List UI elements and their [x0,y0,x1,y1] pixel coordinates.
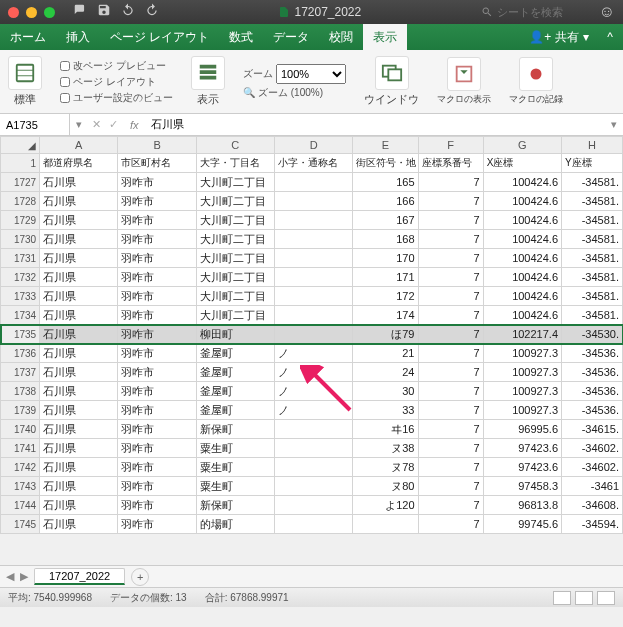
table-row[interactable]: 1741石川県羽咋市粟生町ヌ38797423.6-34602. [1,439,623,458]
smile-icon[interactable]: ☺ [599,3,615,21]
formula-bar: A1735 ▾ ✕ ✓ fx 石川県 ▾ [0,114,623,136]
autosave-icon[interactable] [73,3,87,21]
formula-input[interactable]: 石川県 [147,117,605,132]
select-all[interactable]: ◢ [1,137,40,154]
status-average: 平均: 7540.999968 [8,591,92,605]
search-input[interactable] [497,6,587,18]
column-headers[interactable]: ◢ ABCDEFGH [1,137,623,154]
macro-record[interactable]: マクロの記録 [509,57,563,106]
pagebreak-preview[interactable]: 改ページ プレビュー [60,59,173,73]
status-bar: 平均: 7540.999968 データの個数: 13 合計: 67868.999… [0,587,623,607]
tab-formula[interactable]: 数式 [219,24,263,50]
table-row[interactable]: 1727石川県羽咋市大川町二丁目1657100424.6-34581. [1,173,623,192]
view-buttons[interactable] [553,591,615,605]
zoom-icon[interactable] [44,7,55,18]
sheet-tabs: ◀ ▶ 17207_2022 + [0,565,623,587]
tab-review[interactable]: 校閲 [319,24,363,50]
confirm-icon[interactable]: ✓ [105,118,122,131]
normal-view-button[interactable]: 標準 [8,56,42,107]
save-icon[interactable] [97,3,111,21]
macro-show[interactable]: マクロの表示 [437,57,491,106]
page-layout[interactable]: ページ レイアウト [60,75,173,89]
zoom-select[interactable]: ズーム100% [243,64,346,84]
table-row[interactable]: 1742石川県羽咋市粟生町ヌ78797423.6-34602. [1,458,623,477]
name-box[interactable]: A1735 [0,114,70,135]
cancel-icon[interactable]: ✕ [88,118,105,131]
status-sum: 合計: 67868.99971 [205,591,289,605]
close-icon[interactable] [8,7,19,18]
sheet-nav-prev-icon[interactable]: ◀ [6,570,14,583]
fx-icon[interactable]: fx [122,119,147,131]
table-row[interactable]: 1738石川県羽咋市釜屋町ノ307100927.3-34536. [1,382,623,401]
table-row[interactable]: 1733石川県羽咋市大川町二丁目1727100424.6-34581. [1,287,623,306]
table-row[interactable]: 1744石川県羽咋市新保町よ120796813.8-34608. [1,496,623,515]
header-row[interactable]: 1 都道府県名市区町村名大字・丁目名小字・通称名街区符号・地座標系番号X座標Y座… [1,154,623,173]
table-row[interactable]: 1734石川県羽咋市大川町二丁目1747100424.6-34581. [1,306,623,325]
table-row[interactable]: 1736石川県羽咋市釜屋町ノ217100927.3-34536. [1,344,623,363]
title-bar: 17207_2022 ☺ [0,0,623,24]
table-row[interactable]: 1735石川県羽咋市柳田町ほ797102217.4-34530. [1,325,623,344]
table-row[interactable]: 1730石川県羽咋市大川町二丁目1687100424.6-34581. [1,230,623,249]
table-row[interactable]: 1740石川県羽咋市新保町ヰ16796995.6-34615. [1,420,623,439]
zoom-group: ズーム100% 🔍 ズーム (100%) [243,64,346,100]
minimize-icon[interactable] [26,7,37,18]
table-row[interactable]: 1732石川県羽咋市大川町二丁目1717100424.6-34581. [1,268,623,287]
share-button[interactable]: 👤+共有▾ [521,24,597,50]
tab-view[interactable]: 表示 [363,24,407,50]
expand-formula-icon[interactable]: ▾ [605,118,623,131]
view-options: 改ページ プレビュー ページ レイアウト ユーザー設定のビュー [60,59,173,105]
add-sheet-button[interactable]: + [131,568,149,586]
tab-layout[interactable]: ページ レイアウト [100,24,219,50]
tab-insert[interactable]: 挿入 [56,24,100,50]
collapse-ribbon-icon[interactable]: ^ [597,24,623,50]
zoom-100[interactable]: 🔍 ズーム (100%) [243,86,346,100]
user-view[interactable]: ユーザー設定のビュー [60,91,173,105]
table-row[interactable]: 1743石川県羽咋市粟生町ヌ80797458.3-3461 [1,477,623,496]
status-count: データの個数: 13 [110,591,187,605]
table-row[interactable]: 1745石川県羽咋市的場町799745.6-34594. [1,515,623,534]
table-row[interactable]: 1737石川県羽咋市釜屋町ノ247100927.3-34536. [1,363,623,382]
svg-rect-0 [17,65,34,82]
tab-data[interactable]: データ [263,24,319,50]
sheet-nav-next-icon[interactable]: ▶ [20,570,28,583]
namebox-dropdown-icon[interactable]: ▾ [70,118,88,131]
title-search[interactable] [481,6,587,18]
worksheet[interactable]: ◢ ABCDEFGH 1 都道府県名市区町村名大字・丁目名小字・通称名街区符号・… [0,136,623,534]
sheet-tab[interactable]: 17207_2022 [34,568,125,585]
table-row[interactable]: 1739石川県羽咋市釜屋町ノ337100927.3-34536. [1,401,623,420]
undo-icon[interactable] [121,3,135,21]
svg-rect-4 [388,69,401,80]
window-button[interactable]: ウインドウ [364,56,419,107]
svg-point-5 [531,69,542,80]
table-row[interactable]: 1729石川県羽咋市大川町二丁目1677100424.6-34581. [1,211,623,230]
document-title: 17207_2022 [278,5,361,19]
tab-home[interactable]: ホーム [0,24,56,50]
table-row[interactable]: 1731石川県羽咋市大川町二丁目1707100424.6-34581. [1,249,623,268]
redo-icon[interactable] [145,3,159,21]
table-row[interactable]: 1728石川県羽咋市大川町二丁目1667100424.6-34581. [1,192,623,211]
show-button[interactable]: 表示 [191,56,225,107]
ribbon-tabs: ホーム 挿入 ページ レイアウト 数式 データ 校閲 表示 👤+共有▾ ^ [0,24,623,50]
window-controls [8,7,55,18]
ribbon: 標準 改ページ プレビュー ページ レイアウト ユーザー設定のビュー 表示 ズー… [0,50,623,114]
